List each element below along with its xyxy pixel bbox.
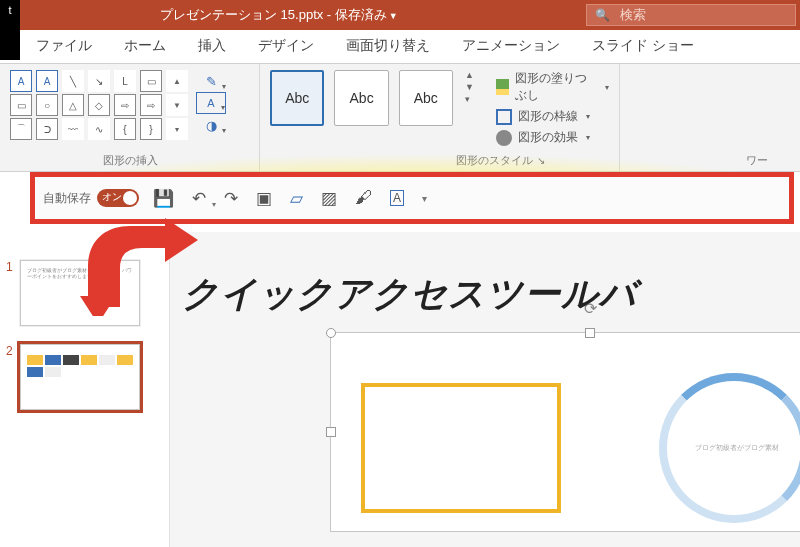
fill-icon [496,79,510,95]
effects-icon [496,130,512,146]
edit-shape-button[interactable]: ✎▾ [196,70,226,92]
tab-animation[interactable]: アニメーション [446,31,576,63]
shape-outline-button[interactable]: 図形の枠線▾ [496,108,609,125]
outline-icon [496,109,512,125]
shape-style-3[interactable]: Abc [399,70,453,126]
picture-icon[interactable]: ▨ [321,188,337,209]
tab-slideshow[interactable]: スライド ショー [576,31,710,63]
undo-icon[interactable]: ↶▾ [192,188,206,209]
document-title[interactable]: プレゼンテーション 15.pptx - 保存済み▼ [160,6,398,24]
shape-style-1[interactable]: Abc [270,70,324,126]
thumbnail-2[interactable]: 2 [20,344,157,410]
window-edge: t [0,0,20,60]
search-box[interactable]: 🔍 検索 [586,4,796,26]
ribbon-tabs: ファイル ホーム 挿入 デザイン 画面切り替え アニメーション スライド ショー [0,30,800,64]
format-painter-icon[interactable]: 🖌 [355,188,372,208]
tab-insert[interactable]: 挿入 [182,31,242,63]
redo-icon[interactable]: ↷ [224,188,238,209]
slideshow-icon[interactable]: ▣ [256,188,272,209]
resize-handle[interactable] [326,328,336,338]
search-placeholder: 検索 [620,6,646,24]
resize-handle[interactable] [326,427,336,437]
resize-handle[interactable] [585,328,595,338]
annotation-text: クイックアクセスツールバ [182,270,637,319]
autosave-toggle[interactable]: オン [97,189,139,207]
tab-design[interactable]: デザイン [242,31,330,63]
search-icon: 🔍 [595,8,610,22]
text-box-button[interactable]: A▾ [196,92,226,114]
title-bar: プレゼンテーション 15.pptx - 保存済み▼ 🔍 検索 [0,0,800,30]
tab-file[interactable]: ファイル [20,31,108,63]
annotation-arrow-shape [70,212,200,322]
autosave-label: 自動保存 [43,190,91,207]
selected-object[interactable]: ⟳ ブログ初級者がブログ素材 [330,332,800,532]
qat-customize-icon[interactable]: ▾ [422,193,427,204]
shape-effects-button[interactable]: 図形の効果▾ [496,129,609,146]
shapes-icon[interactable]: ▱ [290,188,303,209]
shape-style-2[interactable]: Abc [334,70,388,126]
merge-shapes-button[interactable]: ◑▾ [196,114,226,136]
tab-transition[interactable]: 画面切り替え [330,31,446,63]
save-icon[interactable]: 💾 [153,188,174,209]
shape-fill-button[interactable]: 図形の塗りつぶし▾ [496,70,609,104]
tab-home[interactable]: ホーム [108,31,182,63]
style-gallery-scroll[interactable]: ▲▼▾ [465,70,474,104]
textbox-icon[interactable]: A [390,190,404,206]
